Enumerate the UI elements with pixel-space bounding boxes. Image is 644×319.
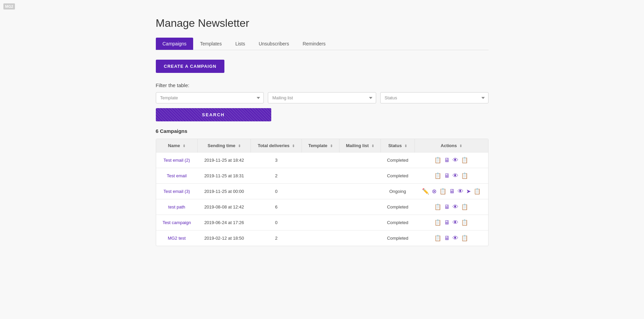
send-icon[interactable]: ➤ xyxy=(466,188,471,195)
sort-sending-time-icon: ⇕ xyxy=(238,144,241,148)
filter-section: Filter the table: Template Mailing list … xyxy=(156,82,489,121)
sort-mailing-list-icon: ⇕ xyxy=(371,144,374,148)
report-icon[interactable]: 📋 xyxy=(461,203,468,211)
campaign-status: Ongoing xyxy=(381,184,415,199)
campaign-actions: 📋🖥👁📋 xyxy=(415,231,488,246)
campaign-total-deliveries: 0 xyxy=(251,215,302,231)
view-icon[interactable]: 👁 xyxy=(458,188,463,195)
col-header-sending-time[interactable]: Sending time ⇕ xyxy=(198,139,251,153)
copy-icon[interactable]: 📋 xyxy=(434,203,441,211)
report-icon[interactable]: 📋 xyxy=(461,219,468,226)
col-header-template[interactable]: Template ⇕ xyxy=(302,139,339,153)
campaign-name-cell[interactable]: Test campaign xyxy=(156,215,198,231)
campaign-actions: ✏️⊗📋🖥👁➤📋 xyxy=(415,184,488,199)
monitor-icon[interactable]: 🖥 xyxy=(449,188,455,195)
campaign-template xyxy=(302,168,339,184)
tab-lists[interactable]: Lists xyxy=(228,38,252,50)
search-button[interactable]: SEARCH xyxy=(156,108,271,121)
campaign-name-cell[interactable]: Test email (2) xyxy=(156,153,198,168)
campaign-actions: 📋🖥👁📋 xyxy=(415,199,488,215)
view-icon[interactable]: 👁 xyxy=(453,204,458,211)
campaign-template xyxy=(302,215,339,231)
tab-templates[interactable]: Templates xyxy=(193,38,228,50)
create-campaign-button[interactable]: CREATE A CAMPAIGN xyxy=(156,60,225,73)
table-row: Test email (3)2019-11-25 at 00:000Ongoin… xyxy=(156,184,488,199)
monitor-icon[interactable]: 🖥 xyxy=(444,173,450,179)
campaign-name-cell[interactable]: test path xyxy=(156,199,198,215)
campaign-mailing-list xyxy=(339,215,381,231)
campaign-status: Completed xyxy=(381,168,415,184)
campaign-actions: 📋🖥👁📋 xyxy=(415,153,488,168)
monitor-icon[interactable]: 🖥 xyxy=(444,219,450,226)
campaigns-table: Name ⇕ Sending time ⇕ Total deliveries ⇕… xyxy=(156,139,488,246)
campaign-mailing-list xyxy=(339,199,381,215)
campaign-sending-time: 2019-11-25 at 18:42 xyxy=(198,153,251,168)
campaign-mailing-list xyxy=(339,153,381,168)
tab-campaigns[interactable]: Campaigns xyxy=(156,38,194,50)
col-header-total-deliveries[interactable]: Total deliveries ⇕ xyxy=(251,139,302,153)
sort-name-icon: ⇕ xyxy=(183,144,185,148)
table-row: Test email2019-11-25 at 18:312Completed📋… xyxy=(156,168,488,184)
campaign-name-cell[interactable]: Test email xyxy=(156,168,198,184)
tab-reminders[interactable]: Reminders xyxy=(296,38,332,50)
campaign-name-cell[interactable]: Test email (3) xyxy=(156,184,198,199)
campaign-total-deliveries: 3 xyxy=(251,153,302,168)
campaign-status: Completed xyxy=(381,199,415,215)
campaigns-table-container: Name ⇕ Sending time ⇕ Total deliveries ⇕… xyxy=(156,139,489,246)
campaign-total-deliveries: 2 xyxy=(251,231,302,246)
campaign-actions: 📋🖥👁📋 xyxy=(415,168,488,184)
campaign-status: Completed xyxy=(381,231,415,246)
col-header-status[interactable]: Status ⇕ xyxy=(381,139,415,153)
edit-icon[interactable]: ✏️ xyxy=(422,188,429,195)
sort-actions-icon: ⇕ xyxy=(459,144,462,148)
campaign-mailing-list xyxy=(339,168,381,184)
col-header-actions[interactable]: Actions ⇕ xyxy=(415,139,488,153)
copy-icon[interactable]: 📋 xyxy=(434,172,441,179)
campaign-template xyxy=(302,184,339,199)
template-filter[interactable]: Template xyxy=(156,92,264,103)
tabs-nav: Campaigns Templates Lists Unsubscribers … xyxy=(156,38,489,50)
monitor-icon[interactable]: 🖥 xyxy=(444,235,450,242)
campaign-template xyxy=(302,153,339,168)
table-row: test path2019-08-08 at 12:426Completed📋🖥… xyxy=(156,199,488,215)
monitor-icon[interactable]: 🖥 xyxy=(444,157,450,164)
report-icon[interactable]: 📋 xyxy=(461,235,468,242)
campaign-sending-time: 2019-11-25 at 00:00 xyxy=(198,184,251,199)
campaign-template xyxy=(302,199,339,215)
campaign-status: Completed xyxy=(381,153,415,168)
monitor-icon[interactable]: 🖥 xyxy=(444,204,450,211)
view-icon[interactable]: 👁 xyxy=(453,157,458,164)
campaign-status: Completed xyxy=(381,215,415,231)
view-icon[interactable]: 👁 xyxy=(453,219,458,226)
campaign-sending-time: 2019-08-08 at 12:42 xyxy=(198,199,251,215)
report-icon[interactable]: 📋 xyxy=(474,188,481,195)
copy-icon[interactable]: 📋 xyxy=(439,188,446,195)
sort-template-icon: ⇕ xyxy=(330,144,333,148)
campaign-template xyxy=(302,231,339,246)
copy-icon[interactable]: 📋 xyxy=(434,219,441,226)
col-header-mailing-list[interactable]: Mailing list ⇕ xyxy=(339,139,381,153)
sort-deliveries-icon: ⇕ xyxy=(292,144,295,148)
view-icon[interactable]: 👁 xyxy=(453,173,458,179)
page-title: Manage Newsletter xyxy=(156,17,489,29)
campaigns-count: 6 Campaigns xyxy=(156,128,489,134)
view-icon[interactable]: 👁 xyxy=(453,235,458,242)
campaign-total-deliveries: 2 xyxy=(251,168,302,184)
campaign-name-cell[interactable]: MG2 test xyxy=(156,231,198,246)
cancel-icon[interactable]: ⊗ xyxy=(432,188,437,195)
campaign-sending-time: 2019-02-12 at 18:50 xyxy=(198,231,251,246)
campaign-total-deliveries: 6 xyxy=(251,199,302,215)
copy-icon[interactable]: 📋 xyxy=(434,235,441,242)
campaign-sending-time: 2019-06-24 at 17:26 xyxy=(198,215,251,231)
copy-icon[interactable]: 📋 xyxy=(434,157,441,164)
table-header-row: Name ⇕ Sending time ⇕ Total deliveries ⇕… xyxy=(156,139,488,153)
table-row: MG2 test2019-02-12 at 18:502Completed📋🖥👁… xyxy=(156,231,488,246)
tab-unsubscribers[interactable]: Unsubscribers xyxy=(252,38,296,50)
col-header-name[interactable]: Name ⇕ xyxy=(156,139,198,153)
table-row: Test email (2)2019-11-25 at 18:423Comple… xyxy=(156,153,488,168)
report-icon[interactable]: 📋 xyxy=(461,157,468,164)
report-icon[interactable]: 📋 xyxy=(461,172,468,179)
campaign-mailing-list xyxy=(339,184,381,199)
status-filter[interactable]: Status xyxy=(380,92,489,103)
mailing-list-filter[interactable]: Mailing list xyxy=(268,92,376,103)
